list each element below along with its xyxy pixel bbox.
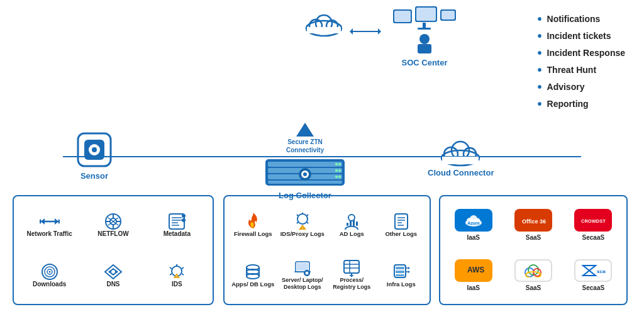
firewall-logs-item: Firewall Logs bbox=[230, 201, 277, 249]
server-laptop-icon bbox=[293, 259, 312, 277]
server-laptop-label: Server/ Laptop/ Desktop Logs bbox=[279, 277, 326, 291]
ids-proxy-label: IDS/Proxy Logs bbox=[280, 230, 325, 237]
svg-point-27 bbox=[335, 163, 338, 165]
apps-db-icon bbox=[243, 263, 262, 281]
svg-line-84 bbox=[297, 215, 298, 216]
svg-rect-91 bbox=[353, 220, 355, 226]
svg-rect-109 bbox=[306, 275, 308, 276]
bullet-icon: • bbox=[538, 64, 542, 76]
bullet-icon: • bbox=[538, 30, 542, 42]
svg-point-16 bbox=[419, 34, 430, 44]
feature-label: Reporting bbox=[547, 99, 589, 109]
svg-marker-46 bbox=[40, 219, 41, 224]
svg-rect-112 bbox=[344, 260, 359, 273]
svg-rect-110 bbox=[304, 272, 305, 274]
feature-incident-response: • Incident Response bbox=[538, 47, 625, 59]
svg-point-21 bbox=[92, 147, 97, 152]
feature-label: Advisory bbox=[547, 82, 585, 92]
network-traffic-icon bbox=[40, 213, 60, 230]
left-arrow-icon bbox=[350, 26, 381, 36]
svg-rect-111 bbox=[308, 272, 309, 274]
svg-point-80 bbox=[297, 214, 308, 224]
infra-logs-icon bbox=[392, 263, 411, 281]
soc-person-block: SOC Center bbox=[390, 6, 459, 67]
gcp-badge bbox=[514, 259, 552, 282]
azure-badge: Azure bbox=[455, 209, 492, 232]
netflow-label: NETFLOW bbox=[97, 230, 128, 237]
sensor-box: Network Traffic NETFLOW bbox=[13, 195, 214, 305]
bullet-icon: • bbox=[538, 13, 542, 25]
zscaler-item: scaler SecaaS bbox=[565, 252, 621, 299]
connectivity-text: Secure ZTNConnectivity bbox=[286, 138, 324, 154]
svg-marker-6 bbox=[350, 28, 353, 35]
connectivity-label: Secure ZTNConnectivity bbox=[286, 138, 324, 154]
soc-label: SOC Center bbox=[402, 58, 448, 67]
up-arrow-icon bbox=[296, 123, 314, 137]
svg-marker-49 bbox=[41, 218, 45, 225]
feature-notifications: • Notifications bbox=[538, 13, 625, 25]
svg-line-76 bbox=[170, 267, 172, 269]
cloud-connector-icon bbox=[437, 135, 484, 167]
svg-point-63 bbox=[182, 214, 186, 218]
ids-label: IDS bbox=[172, 281, 182, 288]
log-collector-icon bbox=[264, 157, 346, 188]
downloads-item: Downloads bbox=[19, 252, 80, 299]
infra-logs-label: Infra Logs bbox=[387, 281, 416, 288]
svg-point-71 bbox=[111, 270, 115, 274]
svg-point-64 bbox=[182, 218, 186, 222]
process-registry-icon bbox=[342, 259, 361, 277]
ids-proxy-icon: ! bbox=[293, 213, 312, 230]
gcp-item: SaaS bbox=[505, 252, 561, 299]
svg-line-74 bbox=[182, 267, 184, 269]
infra-logs-item: Infra Logs bbox=[378, 252, 425, 299]
svg-rect-17 bbox=[418, 44, 431, 53]
server-laptop-item: Server/ Laptop/ Desktop Logs bbox=[279, 252, 326, 299]
svg-point-107 bbox=[305, 272, 308, 275]
secaas-label2: SecaaS bbox=[582, 284, 605, 291]
ids-item: ! IDS bbox=[147, 252, 208, 299]
feature-label: Incident tickets bbox=[547, 31, 611, 41]
other-logs-item: Other Logs bbox=[378, 201, 425, 249]
dns-icon bbox=[103, 263, 123, 281]
aws-item: AWS IaaS bbox=[445, 252, 501, 299]
svg-text:scaler: scaler bbox=[597, 269, 606, 274]
svg-point-68 bbox=[48, 271, 50, 272]
ad-logs-icon bbox=[342, 213, 361, 230]
sensor-block: Sensor bbox=[75, 131, 113, 181]
svg-marker-48 bbox=[55, 218, 58, 225]
azure-icon: Azure bbox=[464, 213, 483, 228]
svg-line-85 bbox=[297, 222, 298, 223]
svg-point-29 bbox=[335, 169, 338, 172]
svg-rect-4 bbox=[307, 27, 341, 33]
svg-rect-119 bbox=[396, 267, 404, 269]
svg-line-83 bbox=[307, 222, 308, 223]
feature-reporting: • Reporting bbox=[538, 98, 625, 110]
svg-point-31 bbox=[335, 176, 338, 178]
svg-text:!: ! bbox=[176, 274, 177, 278]
aws-badge: AWS bbox=[455, 259, 492, 282]
feature-incident-tickets: • Incident tickets bbox=[538, 30, 625, 42]
svg-rect-9 bbox=[394, 11, 411, 22]
dns-label: DNS bbox=[106, 281, 119, 288]
svg-marker-123 bbox=[408, 267, 410, 269]
gcp-icon bbox=[523, 264, 543, 277]
feature-label: Threat Hunt bbox=[547, 65, 597, 75]
apps-db-label: Apps/ DB Logs bbox=[231, 281, 274, 288]
svg-line-82 bbox=[307, 215, 308, 216]
svg-rect-108 bbox=[306, 271, 308, 272]
crowdstrike-item: CROWDSTRIKE SecaaS bbox=[565, 201, 621, 249]
svg-marker-125 bbox=[408, 271, 410, 273]
svg-point-32 bbox=[338, 176, 341, 178]
bullet-icon: • bbox=[538, 47, 542, 59]
saas-label2: SaaS bbox=[526, 284, 541, 291]
main-canvas: SOC Center • Notifications • Incident ti… bbox=[0, 0, 644, 319]
process-registry-label: Process/ Registry Logs bbox=[328, 277, 375, 291]
firewall-logs-icon bbox=[243, 213, 262, 230]
bullet-icon: • bbox=[538, 81, 542, 93]
cloud-connector-label: Cloud Connector bbox=[428, 168, 494, 177]
metadata-icon bbox=[167, 213, 187, 230]
feature-label: Incident Response bbox=[547, 48, 625, 58]
svg-rect-104 bbox=[297, 263, 308, 271]
log-collector-box: Firewall Logs ! IDS/Proxy Logs bbox=[223, 195, 431, 305]
svg-point-30 bbox=[338, 169, 341, 172]
